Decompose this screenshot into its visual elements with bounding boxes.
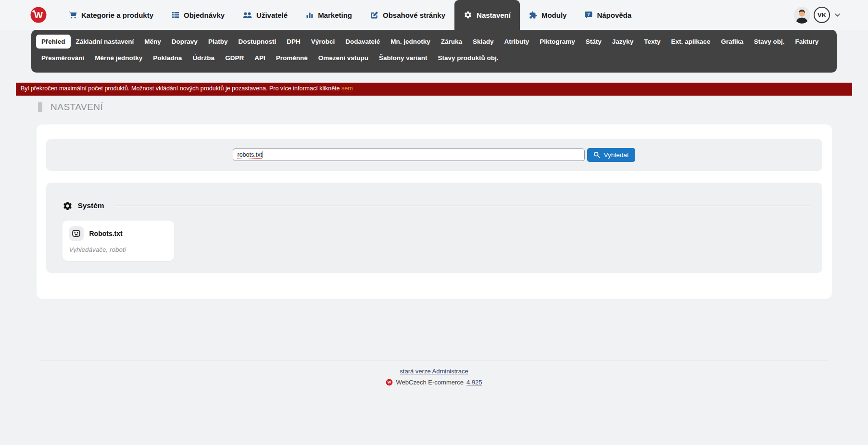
search-panel: robots.txt Vyhledat: [46, 139, 822, 171]
settings-subnav-item[interactable]: Záruka: [436, 35, 467, 49]
section-divider: [115, 206, 811, 206]
old-admin-version-link[interactable]: stará verze Administrace: [400, 368, 468, 375]
settings-subnav-item[interactable]: DPH: [281, 35, 306, 49]
nav-item-objednavky[interactable]: Objednávky: [163, 0, 234, 30]
section-title: Systém: [78, 201, 104, 210]
settings-subnav-item[interactable]: Dodavatelé: [340, 35, 385, 49]
page-title-row: NASTAVENÍ: [38, 102, 868, 112]
user-area: VK: [793, 0, 840, 30]
chart-icon: [306, 11, 314, 19]
footer-brand-line: W WebCzech E-commerce 4.925: [0, 379, 868, 386]
webczech-logo-icon: W: [30, 6, 47, 24]
settings-subnav-item[interactable]: Ext. aplikace: [666, 35, 716, 49]
chevron-down-icon[interactable]: [835, 13, 840, 17]
alert-link[interactable]: sem: [341, 85, 353, 92]
webczech-logo-small-icon: W: [386, 379, 393, 386]
settings-subnav-item[interactable]: Přehled: [36, 35, 71, 49]
brand-logo[interactable]: W: [30, 0, 47, 30]
cart-icon: [69, 11, 77, 19]
settings-subnav-item[interactable]: Atributy: [499, 35, 535, 49]
settings-overview-card: robots.txt Vyhledat Systém Robots.txt Vy: [37, 124, 832, 299]
settings-subnav-item[interactable]: Sklady: [467, 35, 499, 49]
users-icon: [243, 12, 252, 19]
search-button[interactable]: Vyhledat: [587, 148, 635, 162]
settings-subnav-item[interactable]: Přesměrování: [36, 51, 89, 65]
gear-icon: [464, 11, 472, 19]
top-bar: W Kategorie a produkty Objednávky Uživat…: [0, 0, 868, 30]
settings-subnav-item[interactable]: Mn. jednotky: [385, 35, 436, 49]
nav-item-label: Obsahové stránky: [383, 11, 445, 19]
nav-item-label: Moduly: [541, 11, 567, 19]
search-results-panel: Systém Robots.txt Vyhledávače, roboti: [46, 183, 822, 273]
settings-subnav-item[interactable]: Omezení vstupu: [313, 51, 374, 65]
footer-divider: [39, 360, 829, 360]
settings-subnav-item[interactable]: Jazyky: [607, 35, 639, 49]
settings-subnav-item[interactable]: Stavy obj.: [749, 35, 790, 49]
list-icon: [172, 11, 179, 19]
settings-subnav-item[interactable]: Státy: [580, 35, 607, 49]
result-card-header: Robots.txt: [69, 226, 167, 241]
settings-subnav-item[interactable]: Faktury: [790, 35, 824, 49]
settings-subnav-item[interactable]: Stavy produktů obj.: [433, 51, 504, 65]
search-input[interactable]: robots.txt: [233, 148, 585, 161]
nav-item-moduly[interactable]: Moduly: [520, 0, 576, 30]
svg-text:?: ?: [588, 12, 591, 17]
settings-subnav-item[interactable]: Texty: [639, 35, 666, 49]
nav-item-label: Objednávky: [184, 11, 225, 19]
search-input-value: robots.txt: [237, 151, 262, 158]
result-title: Robots.txt: [89, 230, 123, 237]
gear-icon: [63, 201, 73, 211]
settings-subnav: PřehledZákladní nastaveníMěnyDopravyPlat…: [31, 30, 837, 73]
user-initials: VK: [818, 12, 826, 19]
settings-subnav-item[interactable]: Měrné jednotky: [89, 51, 148, 65]
nav-item-napoveda[interactable]: ? Nápověda: [576, 0, 641, 30]
settings-subnav-item[interactable]: Platby: [203, 35, 233, 49]
svg-text:W: W: [34, 10, 43, 20]
settings-subnav-item[interactable]: API: [249, 51, 271, 65]
svg-text:W: W: [388, 380, 391, 384]
settings-subnav-row-2: PřesměrováníMěrné jednotkyPokladnaÚdržba…: [36, 51, 832, 65]
settings-subnav-item[interactable]: Pokladna: [148, 51, 187, 65]
nav-item-label: Nastavení: [477, 11, 511, 19]
robot-icon: [69, 226, 84, 241]
result-subtitle: Vyhledávače, roboti: [69, 246, 167, 253]
settings-subnav-item[interactable]: Údržba: [187, 51, 220, 65]
settings-subnav-item[interactable]: Dostupnosti: [233, 35, 281, 49]
settings-subnav-item[interactable]: Měny: [139, 35, 166, 49]
help-icon: ?: [585, 11, 592, 19]
settings-subnav-item[interactable]: Základní nastavení: [71, 35, 139, 49]
result-card-robots-txt[interactable]: Robots.txt Vyhledávače, roboti: [63, 221, 174, 261]
settings-subnav-item[interactable]: Proměnné: [271, 51, 313, 65]
settings-subnav-item[interactable]: Grafika: [716, 35, 749, 49]
user-avatar[interactable]: [793, 7, 810, 24]
avatar-illustration-icon: [793, 7, 810, 24]
magnifier-icon: [593, 151, 600, 158]
nav-item-label: Kategorie a produkty: [81, 11, 153, 19]
nav-item-uzivatele[interactable]: Uživatelé: [234, 0, 297, 30]
edit-icon: [370, 11, 378, 19]
user-initials-badge[interactable]: VK: [814, 7, 830, 23]
nav-item-label: Marketing: [318, 11, 352, 19]
settings-subnav-item[interactable]: Šablony variant: [374, 51, 433, 65]
search-button-label: Vyhledat: [604, 151, 629, 159]
product-limit-alert: Byl překročen maximální počet produktů. …: [16, 83, 852, 96]
settings-subnav-item[interactable]: Výrobci: [306, 35, 340, 49]
nav-item-label: Uživatelé: [256, 11, 288, 19]
text-cursor: [263, 151, 263, 158]
footer: stará verze Administrace W WebCzech E-co…: [0, 368, 868, 386]
nav-item-kategorie-a-produkty[interactable]: Kategorie a produkty: [60, 0, 163, 30]
nav-item-obsahove-stranky[interactable]: Obsahové stránky: [361, 0, 454, 30]
settings-subnav-row-1: PřehledZákladní nastaveníMěnyDopravyPlat…: [36, 35, 832, 49]
alert-text: Byl překročen maximální počet produktů. …: [21, 85, 340, 92]
main-nav: Kategorie a produkty Objednávky Uživatel…: [60, 0, 641, 30]
settings-subnav-item[interactable]: Dopravy: [166, 35, 203, 49]
nav-item-marketing[interactable]: Marketing: [297, 0, 361, 30]
page-title: NASTAVENÍ: [50, 102, 103, 112]
settings-subnav-item[interactable]: GDPR: [220, 51, 249, 65]
section-header-system: Systém: [63, 201, 811, 211]
settings-subnav-item[interactable]: Piktogramy: [534, 35, 580, 49]
footer-brand-text: WebCzech E-commerce: [396, 379, 464, 386]
nav-item-nastaveni[interactable]: Nastavení: [454, 0, 520, 30]
puzzle-icon: [529, 11, 537, 19]
version-link[interactable]: 4.925: [466, 379, 482, 386]
